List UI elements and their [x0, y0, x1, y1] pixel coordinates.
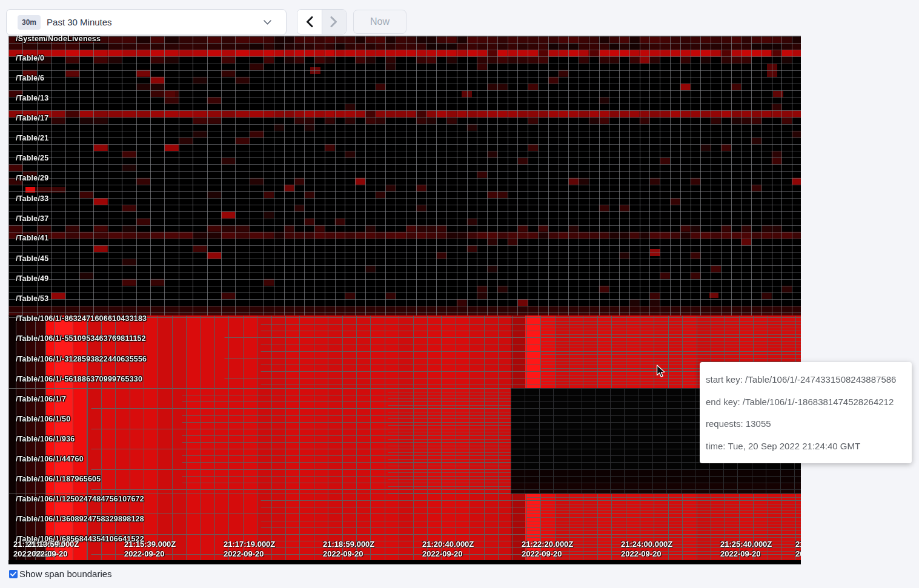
row-label: /Table/21 — [16, 134, 48, 142]
tick-date: 2022-09-20 — [720, 549, 772, 559]
row-label: /Table/106/1/7 — [16, 395, 66, 403]
show-span-boundaries-checkbox[interactable] — [9, 570, 18, 578]
mouse-cursor-icon — [656, 365, 666, 378]
row-label: /Table/106/1/50 — [16, 415, 70, 423]
tick-time: 21:17:19.000Z — [224, 540, 275, 549]
prev-time-button[interactable] — [297, 10, 322, 34]
tick-date: 2022-09-20 — [422, 549, 474, 559]
row-label: /Table/0 — [16, 54, 44, 62]
time-range-dropdown[interactable]: 30m Past 30 Minutes — [6, 9, 287, 35]
row-label: /Table/37 — [16, 214, 48, 223]
tooltip-start-key: start key: /Table/106/1/-247433150824388… — [706, 374, 906, 385]
row-label: /Table/106/1/3608924758329898128 — [16, 515, 144, 523]
chevron-left-icon — [306, 16, 313, 27]
next-time-button[interactable] — [322, 10, 346, 34]
time-tick-label: 21:17:19.000Z2022-09-20 — [224, 540, 275, 558]
tick-time: 21:15:39.000Z — [124, 540, 176, 549]
tick-time: 21:24:00.000Z — [621, 540, 672, 549]
time-tick-label: 21:13:59.000Z2022-09-20 — [27, 540, 79, 558]
tick-time: 21:25:40.000Z — [720, 540, 772, 549]
chevron-down-icon — [264, 20, 271, 25]
row-label: /Table/106/1/-8632471606610433183 — [16, 314, 147, 323]
tick-date: 2022-09-20 — [323, 549, 374, 559]
time-tick-label: 21:15:39.000Z2022-09-20 — [124, 540, 176, 558]
key-visualizer-page: 30m Past 30 Minutes Now /System/NodeLive… — [0, 0, 919, 588]
row-label: /Table/33 — [16, 194, 48, 203]
tick-time: 21:13:59.000Z — [27, 540, 79, 549]
row-label: /Table/106/1/-561886370999765330 — [16, 375, 142, 383]
time-tick-label: 21:27:20.000Z2022-09-20 — [795, 540, 801, 558]
tick-date: 2022-09-20 — [621, 549, 672, 559]
row-label: /Table/106/1/-5510953463769811152 — [16, 334, 146, 343]
time-tick-label: 21:20:40.000Z2022-09-20 — [422, 540, 474, 558]
tick-time: 21:20:40.000Z — [422, 540, 474, 549]
check-icon — [10, 572, 16, 576]
tick-date: 2022-09-20 — [224, 549, 275, 559]
show-span-boundaries-row: Show span boundaries — [9, 569, 112, 579]
row-label: /Table/29 — [16, 174, 48, 182]
row-label: /Table/106/1/44760 — [16, 455, 84, 463]
time-range-label: Past 30 Minutes — [47, 17, 264, 27]
row-label: /Table/106/1/1250247484756107672 — [16, 495, 144, 503]
tooltip-time: time: Tue, 20 Sep 2022 21:24:40 GMT — [706, 441, 906, 451]
row-label: /Table/106/1/187965605 — [16, 475, 101, 483]
tick-date: 2022-09-20 — [27, 549, 79, 559]
time-tick-label: 21:18:59.000Z2022-09-20 — [323, 540, 374, 558]
row-label: /Table/6 — [16, 74, 44, 82]
row-label: /Table/13 — [16, 94, 48, 102]
tick-time: 21:18:59.000Z — [323, 540, 374, 549]
chevron-right-icon — [330, 16, 337, 27]
tick-date: 2022-09-20 — [795, 549, 801, 559]
row-label: /Table/106/1/936 — [16, 435, 75, 443]
key-visualizer-heatmap[interactable]: /System/NodeLiveness/Table/0/Table/6/Tab… — [8, 36, 801, 564]
time-nav-group — [297, 9, 347, 35]
time-range-badge: 30m — [18, 15, 41, 30]
tick-time: 21:22:20.000Z — [522, 540, 573, 549]
heatmap-canvas[interactable] — [8, 36, 801, 564]
tooltip-requests: requests: 13055 — [706, 418, 906, 429]
time-tick-label: 21:24:00.000Z2022-09-20 — [621, 540, 672, 558]
tooltip-end-key: end key: /Table/106/1/-18683814745282642… — [706, 397, 906, 407]
tick-date: 2022-09-20 — [124, 549, 176, 559]
row-label: /Table/25 — [16, 154, 48, 162]
tick-date: 2022-09-20 — [522, 549, 573, 559]
now-button[interactable]: Now — [353, 10, 406, 34]
time-tick-label: 21:22:20.000Z2022-09-20 — [522, 540, 573, 558]
row-label: /Table/49 — [16, 274, 48, 283]
row-label: /Table/106/1/-3128593822440635556 — [16, 355, 147, 363]
show-span-boundaries-label: Show span boundaries — [19, 569, 112, 579]
row-label: /Table/41 — [16, 234, 48, 242]
row-label: /System/NodeLiveness — [16, 36, 101, 43]
row-label: /Table/53 — [16, 294, 48, 303]
row-label: /Table/17 — [16, 114, 48, 122]
tick-time: 21:27:20.000Z — [795, 540, 801, 549]
row-label: /Table/45 — [16, 254, 48, 263]
hover-tooltip: start key: /Table/106/1/-247433150824388… — [700, 362, 912, 463]
time-tick-label: 21:25:40.000Z2022-09-20 — [720, 540, 772, 558]
